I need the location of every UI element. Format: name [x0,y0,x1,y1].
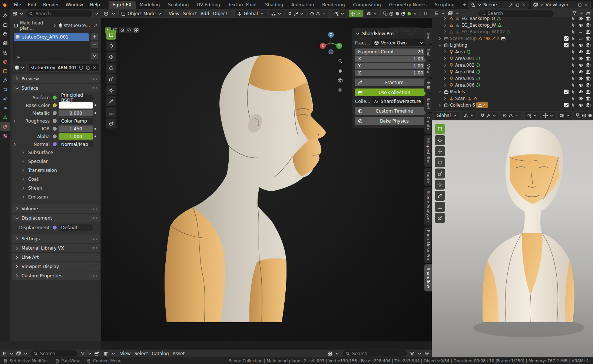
outliner-row[interactable]: Lighting [432,42,593,49]
viewlayer-selector[interactable]: ViewLayer [531,1,591,9]
outliner-row[interactable]: Collection 621 [432,102,593,108]
material-slot-list[interactable]: statueGrey_ARN.001 [13,33,89,61]
panel-material-library-header[interactable]: Material Library VX [12,244,100,252]
panel-grip[interactable] [91,87,97,89]
navigation-gizmo[interactable]: Z X Y [319,31,343,55]
workspace-tab-rendering[interactable]: Rendering [318,1,349,9]
magnet-icon[interactable] [287,11,292,16]
outliner-row[interactable]: EG_Backdrop_W [432,22,593,29]
panel-grip[interactable] [91,247,97,249]
search-input[interactable]: Search [30,350,78,357]
pan-hand-icon[interactable] [338,68,343,73]
select-lasso-button[interactable] [126,27,132,33]
value-dropdown[interactable]: Color Ramp [59,117,93,124]
add-workspace-tab[interactable]: + [458,1,468,9]
properties-tab-material[interactable] [0,122,10,131]
panel-grip[interactable] [408,33,414,35]
shading-wireframe-icon[interactable] [582,113,587,118]
properties-tab-view-layer[interactable] [0,39,10,48]
viewport-menu-add[interactable]: Add [199,11,211,16]
node-socket-icon[interactable] [52,225,57,230]
asset-menu-select[interactable]: Select [132,351,150,356]
menu-render[interactable]: Render [40,2,62,7]
properties-tab-world[interactable] [0,57,10,66]
fracture-button[interactable]: Fracture [355,79,426,86]
viewport-menu-object[interactable]: Object [211,11,229,16]
workspace-tab-uv-editing[interactable]: UV Editing [193,1,224,9]
shardflow-field-y[interactable]: Y1.00 [355,63,426,69]
shading-solid-icon[interactable] [587,113,593,118]
bake-physics-button[interactable]: Bake Physics [355,117,426,125]
breadcrumb-material[interactable]: statueGre... [64,23,90,28]
pivot-dropdown[interactable] [269,10,284,17]
custom-timeline-button[interactable]: Custom Timeline [355,107,426,115]
panel-grip[interactable] [91,217,97,219]
outliner-row[interactable]: Area.005 [432,75,593,82]
proportional-edit-icon[interactable] [502,113,507,118]
node-socket-icon[interactable] [52,142,57,147]
overlays-dropdown[interactable] [558,112,572,119]
editor-type-icon[interactable] [103,351,109,356]
snap-target-icon[interactable] [486,113,491,118]
material-slot[interactable]: statueGrey_ARN.001 [14,33,89,41]
orientation-dropdown[interactable]: Global [434,111,460,119]
panel-grip[interactable] [91,266,97,268]
collection-name-field[interactable]: Az ShardflowFracture [372,98,426,105]
use-collection-button[interactable]: Use Collection [355,89,426,96]
workspace-tab-compositing[interactable]: Compositing [349,1,385,9]
annotate-tool-button[interactable] [106,96,116,106]
workspace-tab-animation[interactable]: Animation [287,1,318,9]
shardflow-field-z[interactable]: Z1.00 [355,70,426,76]
outliner-row[interactable]: Scene Setup4982 [432,35,593,42]
expand-icon[interactable] [16,55,21,60]
viewport-3d[interactable]: Object Mode ViewSelectAddObject Global [101,9,432,341]
scale-tool-button[interactable] [106,74,116,84]
breadcrumb-object[interactable]: Male head plan... [20,20,51,31]
material-name-field[interactable]: statueGrey_ARN.001 [28,64,100,71]
value-slider[interactable]: 1.000 [59,133,93,140]
sidebar-tab-fonté[interactable]: Fonté [424,168,432,186]
sidebar-tab-shardflow[interactable]: Shardflow [424,264,432,291]
asset-menu-view[interactable]: View [118,351,132,356]
viewport-menu-view[interactable]: View [167,11,181,16]
animate-dot[interactable] [95,112,96,114]
new-collection-icon[interactable] [94,351,99,356]
subpanel-specular[interactable]: Specular [12,157,100,166]
panel-volume-header[interactable]: Volume [12,204,100,213]
panel-grip[interactable] [91,208,97,210]
color-swatch[interactable] [59,102,93,109]
close-icon[interactable] [583,2,589,7]
unlink-icon[interactable] [92,65,97,70]
snap-controls[interactable] [478,112,498,119]
shading-rendered-icon[interactable] [407,11,412,16]
workspace-tab-scripting[interactable]: Scripting [431,1,458,9]
shardflow-header[interactable]: ShardFlow Pro [355,30,426,37]
proportional-edit-controls[interactable] [308,10,328,17]
editor-type-icon[interactable] [434,11,439,16]
sidebar-tab-view[interactable]: View [424,61,432,77]
editor-type-icon[interactable] [2,351,7,356]
node-socket-icon[interactable] [52,111,57,116]
node-socket-icon[interactable] [52,103,57,108]
viewport-menu-select[interactable]: Select [181,11,199,16]
animate-dot[interactable] [95,104,96,106]
fracture-method-dropdown[interactable]: Vertex Own [372,39,426,47]
animate-dot[interactable] [95,136,96,137]
panel-displacement-header[interactable]: Displacement [12,214,100,222]
duplicate-icon[interactable] [515,2,520,7]
pin-icon[interactable] [508,2,514,7]
outliner-row[interactable]: Area.001 [432,55,593,62]
selectability-dropdown[interactable] [332,10,347,17]
ortho-grid-icon[interactable] [338,87,343,93]
sidebar-tab-create[interactable]: Create [424,113,432,134]
value-slider[interactable]: 0.000 [59,110,93,116]
sidebar-tab-scene-analyzer[interactable]: Scene Analyzer [424,187,432,226]
shardflow-field-x[interactable]: X1.00 [355,56,426,62]
panel-grip[interactable] [91,78,97,80]
measure-tool-button[interactable] [435,202,445,212]
outliner-row[interactable]: Scan [432,95,593,102]
node-socket-icon[interactable] [52,134,57,139]
workspace-tab-geometry-nodes[interactable]: Geometry Nodes [385,1,431,9]
workspace-tab-egret-fx[interactable]: Egret FX [109,1,136,9]
workspace-tab-texture-paint[interactable]: Texture Paint [224,1,261,9]
